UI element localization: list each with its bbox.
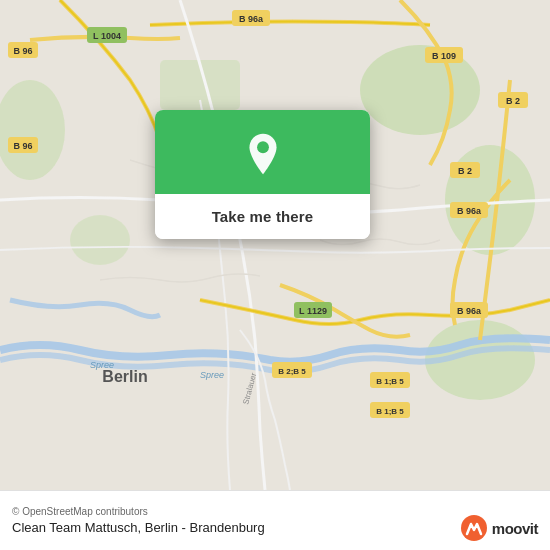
- svg-text:L 1004: L 1004: [93, 31, 121, 41]
- popup-icon-area: [155, 110, 370, 194]
- svg-text:B 1;B 5: B 1;B 5: [376, 407, 404, 416]
- moovit-icon: [460, 514, 488, 542]
- svg-text:L 1129: L 1129: [299, 306, 327, 316]
- moovit-text: moovit: [492, 520, 538, 537]
- svg-text:B 96: B 96: [13, 141, 32, 151]
- svg-text:B 96a: B 96a: [457, 206, 482, 216]
- map-container: B 96a L 1004 B 96 B 109 B 2 B 96 B 2 B 9…: [0, 0, 550, 490]
- svg-text:B 2;B 5: B 2;B 5: [278, 367, 306, 376]
- svg-text:Berlin: Berlin: [102, 368, 147, 385]
- svg-text:Spree: Spree: [200, 370, 224, 380]
- svg-text:B 109: B 109: [432, 51, 456, 61]
- location-pin-icon: [241, 132, 285, 176]
- svg-point-37: [257, 141, 269, 153]
- bottom-bar: © OpenStreetMap contributors Clean Team …: [0, 490, 550, 550]
- svg-text:Spree: Spree: [90, 360, 114, 370]
- popup-card: Take me there: [155, 110, 370, 239]
- moovit-logo: moovit: [460, 514, 538, 542]
- svg-text:B 96a: B 96a: [457, 306, 482, 316]
- svg-text:B 2: B 2: [506, 96, 520, 106]
- svg-text:B 2: B 2: [458, 166, 472, 176]
- svg-text:B 1;B 5: B 1;B 5: [376, 377, 404, 386]
- svg-text:B 96: B 96: [13, 46, 32, 56]
- svg-text:B 96a: B 96a: [239, 14, 264, 24]
- svg-point-6: [70, 215, 130, 265]
- take-me-there-button[interactable]: Take me there: [155, 194, 370, 239]
